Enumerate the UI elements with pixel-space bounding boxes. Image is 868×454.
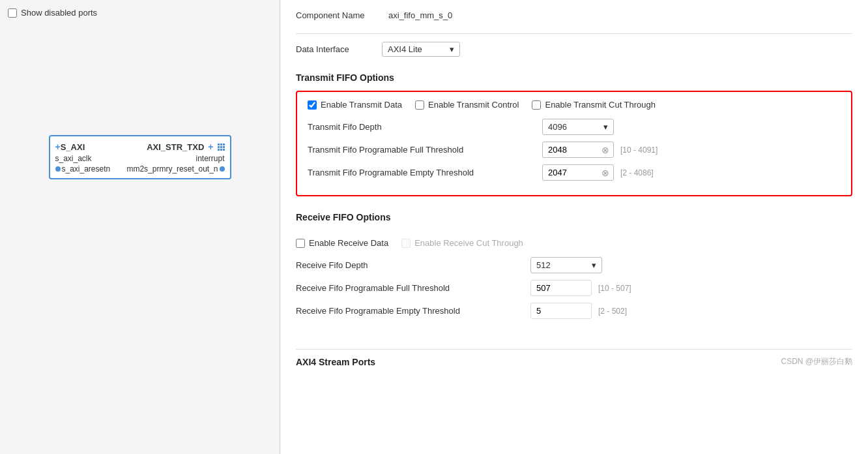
transmit-prog-full-input[interactable] bbox=[548, 142, 600, 157]
s-axi-label: S_AXI bbox=[61, 142, 85, 152]
enable-transmit-control-checkbox[interactable] bbox=[415, 100, 424, 110]
axi-block-header: + S_AXI AXI_STR_TXD + bbox=[50, 140, 230, 153]
component-name-value: axi_fifo_mm_s_0 bbox=[388, 10, 452, 20]
transmit-checkboxes-row: Enable Transmit Data Enable Transmit Con… bbox=[308, 100, 841, 110]
aresetn-port-row: s_axi_aresetn mm2s_prmry_reset_out_n bbox=[50, 164, 230, 174]
enable-transmit-cut-through-item: Enable Transmit Cut Through bbox=[532, 100, 656, 110]
component-name-label: Component Name bbox=[296, 10, 381, 20]
enable-receive-data-checkbox[interactable] bbox=[296, 239, 305, 248]
enable-receive-cut-through-label: Enable Receive Cut Through bbox=[414, 238, 523, 248]
receive-depth-dropdown[interactable]: 512 ▾ bbox=[530, 257, 602, 273]
receive-depth-row: Receive Fifo Depth 512 ▾ bbox=[296, 257, 852, 273]
transmit-depth-input-group: 4096 ▾ bbox=[542, 119, 614, 135]
axi4-stream-row: AXI4 Stream Ports CSDN @伊丽莎白鹅 bbox=[296, 349, 852, 367]
axi-str-txd-label: AXI_STR_TXD bbox=[147, 142, 204, 152]
transmit-depth-value: 4096 bbox=[548, 122, 567, 132]
receive-checkboxes-row: Enable Receive Data Enable Receive Cut T… bbox=[296, 238, 852, 248]
transmit-prog-full-input-group: ⊗ [10 - 4091] bbox=[542, 142, 658, 158]
axi-component-block: + S_AXI AXI_STR_TXD + s_axi_ bbox=[49, 135, 231, 179]
receive-prog-empty-row: Receive Fifo Programable Empty Threshold… bbox=[296, 303, 852, 319]
enable-receive-cut-through-item: Enable Receive Cut Through bbox=[401, 238, 523, 248]
receive-prog-full-input[interactable] bbox=[536, 280, 588, 295]
enable-receive-cut-through-checkbox[interactable] bbox=[401, 239, 411, 248]
transmit-prog-empty-input-group: ⊗ [2 - 4086] bbox=[542, 164, 654, 181]
transmit-prog-full-label: Transmit Fifo Programable Full Threshold bbox=[308, 145, 542, 155]
transmit-depth-dropdown[interactable]: 4096 ▾ bbox=[542, 119, 614, 135]
interrupt-label: interrupt bbox=[195, 154, 224, 163]
show-disabled-ports-label: Show disabled ports bbox=[21, 8, 97, 18]
data-interface-row: Data Interface AXI4 Lite ▾ bbox=[296, 42, 852, 57]
receive-prog-empty-label: Receive Fifo Programable Empty Threshold bbox=[296, 306, 530, 316]
enable-transmit-data-label: Enable Transmit Data bbox=[321, 100, 402, 110]
receive-prog-empty-input[interactable] bbox=[536, 303, 588, 318]
enable-receive-data-item: Enable Receive Data bbox=[296, 238, 388, 248]
transmit-prog-empty-range: [2 - 4086] bbox=[620, 168, 654, 177]
receive-depth-value: 512 bbox=[536, 260, 551, 270]
mm2s-label: mm2s_prmry_reset_out_n bbox=[126, 164, 218, 174]
transmit-depth-label: Transmit Fifo Depth bbox=[308, 122, 542, 132]
enable-transmit-cut-through-label: Enable Transmit Cut Through bbox=[545, 100, 656, 110]
data-interface-dropdown[interactable]: AXI4 Lite ▾ bbox=[382, 42, 460, 57]
transmit-depth-chevron-icon: ▾ bbox=[603, 122, 608, 132]
receive-prog-full-input-wrapper bbox=[530, 280, 592, 296]
s-axi-aresetn-label: s_axi_aresetn bbox=[62, 164, 111, 174]
dot-right-icon bbox=[220, 166, 225, 172]
right-panel: Component Name axi_fifo_mm_s_0 Data Inte… bbox=[280, 0, 868, 454]
enable-transmit-control-label: Enable Transmit Control bbox=[428, 100, 519, 110]
enable-transmit-data-checkbox[interactable] bbox=[308, 100, 317, 110]
watermark: CSDN @伊丽莎白鹅 bbox=[781, 356, 852, 367]
transmit-depth-row: Transmit Fifo Depth 4096 ▾ bbox=[308, 119, 841, 135]
enable-transmit-data-item: Enable Transmit Data bbox=[308, 100, 402, 110]
dot-left-icon bbox=[55, 166, 61, 172]
show-disabled-ports-checkbox[interactable] bbox=[8, 8, 17, 18]
transmit-section-title: Transmit FIFO Options bbox=[296, 72, 852, 83]
transmit-prog-empty-input[interactable] bbox=[548, 165, 600, 180]
top-separator bbox=[296, 33, 852, 34]
component-name-row: Component Name axi_fifo_mm_s_0 bbox=[296, 10, 852, 20]
receive-prog-empty-range: [2 - 502] bbox=[598, 307, 627, 316]
transmit-prog-full-clear-icon[interactable]: ⊗ bbox=[600, 145, 611, 155]
receive-section-title: Receive FIFO Options bbox=[296, 212, 852, 222]
transmit-prog-empty-input-wrapper: ⊗ bbox=[542, 164, 614, 181]
s-axi-aclk-label: s_axi_aclk bbox=[55, 154, 92, 163]
show-disabled-ports-row: Show disabled ports bbox=[8, 8, 272, 18]
receive-prog-full-row: Receive Fifo Programable Full Threshold … bbox=[296, 280, 852, 296]
transmit-prog-full-range: [10 - 4091] bbox=[620, 145, 658, 155]
receive-depth-label: Receive Fifo Depth bbox=[296, 260, 530, 270]
transmit-prog-empty-row: Transmit Fifo Programable Empty Threshol… bbox=[308, 164, 841, 181]
transmit-prog-full-row: Transmit Fifo Programable Full Threshold… bbox=[308, 142, 841, 158]
aclk-port-row: s_axi_aclk interrupt bbox=[50, 153, 230, 164]
transmit-prog-empty-label: Transmit Fifo Programable Empty Threshol… bbox=[308, 168, 542, 177]
data-interface-label: Data Interface bbox=[296, 44, 374, 54]
receive-prog-empty-input-group: [2 - 502] bbox=[530, 303, 627, 319]
enable-transmit-control-item: Enable Transmit Control bbox=[415, 100, 519, 110]
receive-depth-chevron-icon: ▾ bbox=[592, 260, 596, 270]
receive-prog-full-label: Receive Fifo Programable Full Threshold bbox=[296, 283, 530, 293]
enable-receive-data-label: Enable Receive Data bbox=[309, 238, 388, 248]
component-diagram: + S_AXI AXI_STR_TXD + s_axi_ bbox=[8, 135, 272, 179]
receive-options-box: Enable Receive Data Enable Receive Cut T… bbox=[296, 230, 852, 333]
axi4-stream-title: AXI4 Stream Ports bbox=[296, 357, 375, 367]
receive-prog-full-input-group: [10 - 507] bbox=[530, 280, 631, 296]
data-interface-value: AXI4 Lite bbox=[388, 44, 422, 54]
transmit-prog-empty-clear-icon[interactable]: ⊗ bbox=[600, 168, 611, 178]
receive-prog-full-range: [10 - 507] bbox=[598, 284, 631, 293]
transmit-options-box: Enable Transmit Data Enable Transmit Con… bbox=[296, 91, 852, 196]
transmit-fifo-section: Transmit FIFO Options Enable Transmit Da… bbox=[296, 72, 852, 196]
receive-prog-empty-input-wrapper bbox=[530, 303, 592, 319]
receive-depth-input-group: 512 ▾ bbox=[530, 257, 602, 273]
receive-fifo-section: Receive FIFO Options Enable Receive Data… bbox=[296, 212, 852, 333]
left-panel: Show disabled ports + S_AXI AXI_STR_TXD … bbox=[0, 0, 280, 454]
transmit-prog-full-input-wrapper: ⊗ bbox=[542, 142, 614, 158]
chevron-down-icon: ▾ bbox=[450, 44, 454, 54]
s-axi-plus-icon[interactable]: + bbox=[55, 142, 61, 152]
axi-str-txd-plus-icon[interactable]: + bbox=[208, 142, 213, 152]
grid-icon[interactable] bbox=[218, 144, 225, 151]
enable-transmit-cut-through-checkbox[interactable] bbox=[532, 100, 541, 110]
